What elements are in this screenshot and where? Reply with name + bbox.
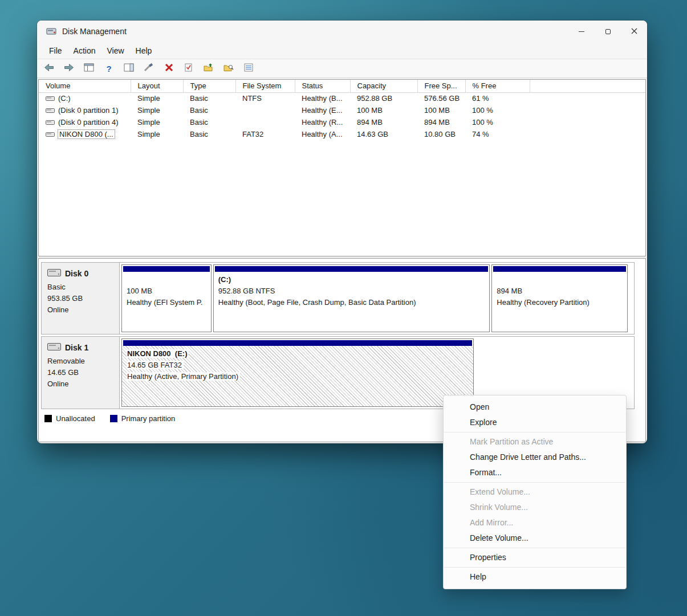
open-folder-icon bbox=[204, 63, 214, 74]
cell-layout: Simple bbox=[131, 128, 183, 140]
partition-disk0-c[interactable]: (C:) 952.88 GB NTFS Healthy (Boot, Page … bbox=[213, 264, 490, 332]
tools-button[interactable] bbox=[141, 62, 156, 75]
delete-volume-button[interactable] bbox=[161, 62, 176, 75]
delete-icon bbox=[164, 63, 174, 74]
col-capacity[interactable]: Capacity bbox=[350, 80, 417, 92]
partition-color-band bbox=[493, 266, 625, 272]
col-percent-free[interactable]: % Free bbox=[465, 80, 530, 92]
menu-item-delete-volume[interactable]: Delete Volume... bbox=[444, 531, 626, 546]
disk1-header[interactable]: Disk 1 Removable 14.65 GB Online bbox=[42, 337, 120, 409]
partition-disk0-efi[interactable]: 100 MB Healthy (EFI System P. bbox=[121, 264, 212, 332]
menu-item-format[interactable]: Format... bbox=[444, 465, 626, 480]
maximize-button[interactable] bbox=[595, 21, 621, 42]
primary-partition-swatch bbox=[110, 415, 117, 422]
forward-button[interactable] bbox=[62, 62, 76, 75]
cell-file-system bbox=[235, 104, 295, 116]
cell-type: Basic bbox=[183, 128, 235, 140]
volume-list-pane: Volume Layout Type File System Status Ca… bbox=[38, 79, 646, 256]
disk-state: Online bbox=[47, 378, 115, 390]
menu-item-change-drive-letter[interactable]: Change Drive Letter and Paths... bbox=[444, 450, 626, 465]
cell-file-system bbox=[235, 116, 295, 128]
disk-name: Disk 1 bbox=[65, 343, 88, 352]
action-pane-button[interactable] bbox=[121, 62, 136, 75]
volume-row-disk0-part4[interactable]: (Disk 0 partition 4) Simple Basic Health… bbox=[39, 116, 645, 128]
cell-capacity: 894 MB bbox=[350, 116, 417, 128]
menubar: File Action View Help bbox=[37, 42, 647, 59]
cell-layout: Simple bbox=[131, 116, 183, 128]
menu-item-shrink-volume: Shrink Volume... bbox=[444, 500, 626, 515]
col-type[interactable]: Type bbox=[183, 80, 235, 92]
menu-item-open[interactable]: Open bbox=[444, 399, 626, 415]
disk-icon bbox=[47, 268, 61, 279]
back-button[interactable] bbox=[42, 62, 56, 75]
partition-status: Healthy (EFI System P. bbox=[127, 298, 202, 307]
menu-view[interactable]: View bbox=[101, 44, 129, 57]
open-folder-button[interactable] bbox=[201, 62, 216, 75]
menu-item-mark-partition-active: Mark Partition as Active bbox=[444, 434, 626, 450]
legend-label: Unallocated bbox=[56, 414, 95, 423]
close-icon bbox=[631, 26, 637, 36]
cell-layout: Simple bbox=[131, 104, 183, 116]
explore-folder-button[interactable] bbox=[221, 62, 236, 75]
checklist-button[interactable] bbox=[181, 62, 196, 75]
col-filler bbox=[530, 80, 645, 92]
tools-icon bbox=[144, 63, 154, 74]
properties-button[interactable] bbox=[241, 62, 256, 75]
menu-help[interactable]: Help bbox=[131, 44, 157, 57]
help-icon: ? bbox=[106, 64, 111, 74]
volume-row-disk0-part1[interactable]: (Disk 0 partition 1) Simple Basic Health… bbox=[39, 104, 645, 116]
partition-color-band bbox=[215, 266, 489, 272]
partition-color-band bbox=[123, 340, 472, 346]
cell-percent-free: 100 % bbox=[465, 104, 530, 116]
toolbar: ? bbox=[37, 59, 647, 78]
disk0-row: Disk 0 Basic 953.85 GB Online 100 MB bbox=[41, 262, 635, 334]
menu-item-help[interactable]: Help bbox=[444, 569, 626, 585]
partition-size: 100 MB bbox=[127, 287, 152, 295]
cell-capacity: 952.88 GB bbox=[350, 92, 417, 104]
forward-icon bbox=[64, 63, 74, 74]
disk-size: 14.65 GB bbox=[47, 367, 115, 378]
volume-row-c[interactable]: (C:) Simple Basic NTFS Healthy (B... 952… bbox=[39, 92, 645, 104]
cell-layout: Simple bbox=[131, 92, 183, 104]
col-layout[interactable]: Layout bbox=[131, 80, 183, 92]
minimize-icon bbox=[579, 31, 584, 32]
volume-row-nikon[interactable]: NIKON D800 (... Simple Basic FAT32 Healt… bbox=[39, 128, 645, 140]
cell-capacity: 14.63 GB bbox=[350, 128, 417, 140]
col-volume[interactable]: Volume bbox=[39, 80, 131, 92]
console-tree-icon bbox=[84, 63, 94, 74]
menu-file[interactable]: File bbox=[44, 44, 67, 57]
col-status[interactable]: Status bbox=[295, 80, 350, 92]
partition-disk0-recovery[interactable]: 894 MB Healthy (Recovery Partition) bbox=[491, 264, 627, 332]
disk-management-window: Disk Management File Action View Help bbox=[37, 21, 647, 443]
context-menu: Open Explore Mark Partition as Active Ch… bbox=[443, 395, 627, 589]
titlebar[interactable]: Disk Management bbox=[37, 21, 647, 42]
cell-status: Healthy (B... bbox=[295, 92, 350, 104]
cell-type: Basic bbox=[183, 116, 235, 128]
col-file-system[interactable]: File System bbox=[235, 80, 295, 92]
partition-status: Healthy (Boot, Page File, Crash Dump, Ba… bbox=[218, 298, 416, 307]
action-pane-icon bbox=[124, 63, 134, 74]
menu-item-properties[interactable]: Properties bbox=[444, 550, 626, 565]
console-tree-button[interactable] bbox=[82, 62, 96, 75]
partition-disk1-nikon[interactable]: NIKON D800 (E:) 14.65 GB FAT32 Healthy (… bbox=[121, 338, 474, 407]
menu-item-add-mirror: Add Mirror... bbox=[444, 515, 626, 531]
cell-free-space: 576.56 GB bbox=[417, 92, 465, 104]
checklist-icon bbox=[184, 63, 194, 74]
col-free-space[interactable]: Free Sp... bbox=[417, 80, 465, 92]
help-button[interactable]: ? bbox=[101, 62, 116, 75]
volume-icon bbox=[46, 107, 55, 115]
volume-name: NIKON D800 (... bbox=[58, 130, 115, 138]
menu-action[interactable]: Action bbox=[68, 44, 101, 57]
legend-unallocated: Unallocated bbox=[44, 414, 95, 423]
minimize-button[interactable] bbox=[568, 21, 595, 42]
disk-name: Disk 0 bbox=[65, 269, 88, 278]
cell-free-space: 894 MB bbox=[417, 116, 465, 128]
partition-color-band bbox=[123, 266, 210, 272]
menu-separator bbox=[444, 567, 625, 568]
close-button[interactable] bbox=[621, 21, 647, 42]
disk0-header[interactable]: Disk 0 Basic 953.85 GB Online bbox=[42, 263, 120, 334]
partition-name: NIKON D800 (E:) bbox=[127, 349, 189, 358]
window-controls bbox=[568, 21, 647, 42]
menu-item-explore[interactable]: Explore bbox=[444, 415, 626, 430]
volume-icon bbox=[46, 130, 55, 139]
